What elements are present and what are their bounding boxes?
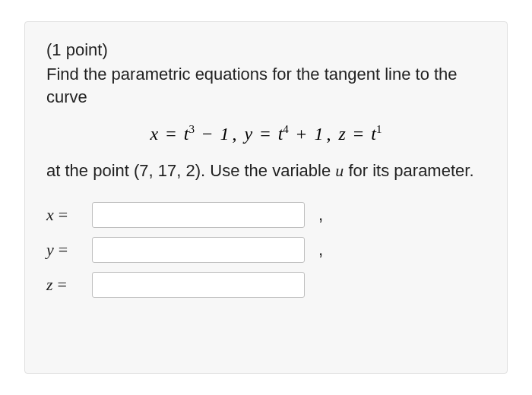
eq-x-var: x: [150, 124, 159, 144]
answer-row-z: z=: [46, 270, 486, 299]
comma-1: ,: [318, 205, 323, 225]
points-label: (1 point): [46, 40, 486, 60]
eq-x-const: 1: [220, 124, 229, 144]
eq-y-var: y: [244, 124, 252, 144]
curve-equation: x = t3 − 1, y = t4 + 1, z = t1: [46, 123, 486, 144]
prompt-text: Find the parametric equations for the ta…: [46, 63, 486, 108]
eq-z-base: t: [371, 124, 376, 144]
answer-row-y: y= ,: [46, 235, 486, 264]
eq-y-const: 1: [314, 124, 323, 144]
comma-2: ,: [318, 240, 323, 260]
problem-panel: (1 point) Find the parametric equations …: [24, 21, 508, 374]
eq-x-exp: 3: [188, 123, 195, 135]
y-input[interactable]: [92, 237, 305, 263]
z-label: z=: [46, 275, 83, 295]
param-var: u: [335, 161, 344, 180]
eq-z-exp: 1: [376, 123, 382, 135]
eq-z-var: z: [338, 124, 345, 144]
post-text-2: for its parameter.: [344, 161, 473, 180]
x-input[interactable]: [92, 202, 305, 228]
y-label: y=: [46, 240, 83, 260]
answer-row-x: x= ,: [46, 201, 486, 229]
post-text-1: at the point (7, 17, 2). Use the variabl…: [46, 161, 335, 180]
eq-y-exp: 4: [283, 123, 289, 135]
z-input[interactable]: [92, 272, 305, 298]
x-label: x=: [46, 205, 83, 225]
post-text: at the point (7, 17, 2). Use the variabl…: [46, 160, 486, 182]
answers-group: x= , y= , z=: [46, 201, 486, 299]
